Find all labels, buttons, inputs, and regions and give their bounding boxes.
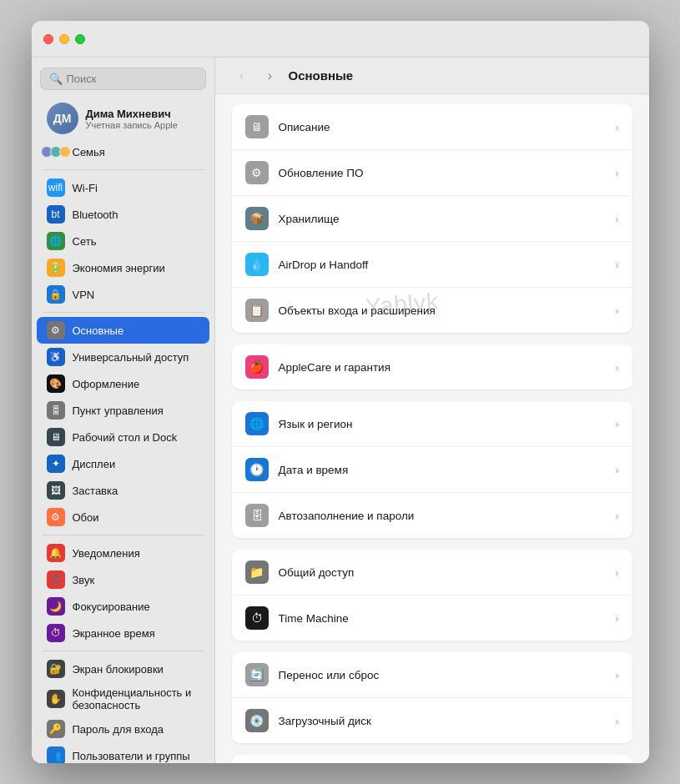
timemachine-row-icon: ⏱: [245, 606, 269, 630]
update-row-label: Обновление ПО: [279, 167, 606, 179]
settings-row-datetime[interactable]: 🕐Дата и время›: [232, 447, 632, 493]
settings-row-migration[interactable]: 🔄Перенос или сброс›: [232, 652, 632, 698]
language-row-icon: 🌐: [245, 412, 269, 435]
sidebar-item-lockscreen[interactable]: 🔐Экран блокировки: [37, 656, 209, 682]
sidebar-item-battery[interactable]: 🔋Экономия энергии: [37, 254, 209, 281]
sidebar-separator: [42, 535, 204, 535]
desktop-label: Рабочий стол и Dock: [73, 431, 178, 444]
user-profile[interactable]: ДМ Дима Михневич Учетная запись Apple: [37, 98, 209, 138]
wifi-icon: wifi: [47, 178, 65, 197]
general-label: Основные: [73, 324, 124, 337]
settings-group-3: 📁Общий доступ›⏱Time Machine›: [232, 550, 632, 641]
settings-row-description[interactable]: 🖥Описание›: [232, 104, 632, 150]
sidebar-item-network[interactable]: 🌐Сеть: [37, 228, 209, 254]
focus-icon: 🌙: [47, 597, 65, 616]
sidebar-item-appearance[interactable]: 🎨Оформление: [37, 370, 209, 397]
settings-row-update[interactable]: ⚙Обновление ПО›: [232, 150, 632, 196]
lockscreen-label: Экран блокировки: [73, 663, 164, 676]
description-row-label: Описание: [279, 121, 606, 133]
sidebar-item-vpn[interactable]: 🔒VPN: [37, 281, 209, 308]
migration-row-icon: 🔄: [245, 663, 269, 686]
settings-list: 🖥Описание›⚙Обновление ПО›📦Хранилище›💧Air…: [215, 94, 649, 763]
back-button[interactable]: ‹: [232, 66, 252, 86]
privacy-icon: ✋: [47, 690, 65, 708]
screentime-icon: ⏱: [47, 624, 65, 642]
chevron-right-icon: ›: [615, 259, 618, 271]
login-row-label: Объекты входа и расширения: [279, 304, 606, 317]
sidebar-item-screentime[interactable]: ⏱Экранное время: [37, 620, 209, 646]
settings-group-2: 🌐Язык и регион›🕐Дата и время›🗄Автозаполн…: [232, 401, 632, 538]
sidebar-item-semya[interactable]: Семья: [37, 138, 209, 165]
battery-icon: 🔋: [47, 259, 65, 277]
main-panel: ‹ › Основные Yablyk 🖥Описание›⚙Обновлени…: [215, 58, 649, 763]
settings-row-storage[interactable]: 📦Хранилище›: [232, 196, 632, 242]
screentime-label: Экранное время: [73, 627, 155, 640]
sidebar-item-wifi[interactable]: wifiWi-Fi: [37, 174, 209, 201]
focus-label: Фокусирование: [73, 601, 150, 613]
datetime-row-icon: 🕐: [245, 458, 269, 481]
sidebar-item-privacy[interactable]: ✋Конфиденциальность и безопасность: [37, 682, 209, 716]
sound-icon: 🎵: [47, 570, 65, 589]
settings-row-airdrop[interactable]: 💧AirDrop и Handoff›: [232, 242, 632, 288]
traffic-lights: [43, 34, 85, 44]
storage-row-label: Хранилище: [279, 213, 606, 225]
titlebar: [32, 21, 649, 58]
general-icon: ⚙: [47, 321, 65, 339]
main-window: 🔍 ДМ Дима Михневич Учетная запись Apple …: [32, 21, 649, 763]
appearance-label: Оформление: [73, 378, 140, 390]
screensaver-label: Заставка: [73, 485, 118, 497]
settings-row-sharing[interactable]: 📁Общий доступ›: [232, 550, 632, 596]
sidebar-items: СемьяwifiWi-FibtBluetooth🌐Сеть🔋Экономия …: [32, 138, 214, 763]
sidebar-item-control[interactable]: 🎛Пункт управления: [37, 397, 209, 424]
page-title: Основные: [289, 68, 354, 83]
notifications-icon: 🔔: [47, 544, 65, 562]
sidebar-item-notifications[interactable]: 🔔Уведомления: [37, 540, 209, 566]
settings-row-login[interactable]: 📋Объекты входа и расширения›: [232, 288, 632, 333]
desktop-icon: 🖥: [47, 428, 65, 446]
battery-label: Экономия энергии: [73, 262, 165, 274]
update-row-icon: ⚙: [245, 161, 269, 184]
sidebar-item-users[interactable]: 👥Пользователи и группы: [37, 742, 209, 763]
sidebar-item-desktop[interactable]: 🖥Рабочий стол и Dock: [37, 424, 209, 450]
minimize-button[interactable]: [59, 34, 69, 44]
sidebar-item-accessibility[interactable]: ♿Универсальный доступ: [37, 344, 209, 370]
sidebar: 🔍 ДМ Дима Михневич Учетная запись Apple …: [32, 58, 215, 763]
settings-row-timemachine[interactable]: ⏱Time Machine›: [232, 596, 632, 641]
lockscreen-icon: 🔐: [47, 660, 65, 678]
sidebar-item-sound[interactable]: 🎵Звук: [37, 566, 209, 593]
users-icon: 👥: [47, 746, 65, 763]
settings-group-1: 🍎AppleCare и гарантия›: [232, 344, 632, 389]
sidebar-item-screensaver[interactable]: 🖼Заставка: [37, 477, 209, 504]
storage-row-icon: 📦: [245, 207, 269, 230]
startup-row-label: Загрузочный диск: [279, 715, 606, 727]
autofill-row-label: Автозаполнение и пароли: [279, 510, 606, 522]
description-row-icon: 🖥: [245, 115, 269, 138]
chevron-right-icon: ›: [615, 669, 618, 681]
sidebar-item-general[interactable]: ⚙Основные: [37, 317, 209, 344]
sidebar-item-wallpaper[interactable]: ⚙Обои: [37, 504, 209, 530]
settings-row-startup[interactable]: 💿Загрузочный диск›: [232, 698, 632, 743]
search-input[interactable]: [67, 73, 197, 85]
screensaver-icon: 🖼: [47, 481, 65, 500]
settings-row-language[interactable]: 🌐Язык и регион›: [232, 401, 632, 447]
sharing-row-label: Общий доступ: [279, 566, 606, 579]
close-button[interactable]: [43, 34, 53, 44]
maximize-button[interactable]: [75, 34, 85, 44]
applecare-row-icon: 🍎: [245, 355, 269, 379]
vpn-icon: 🔒: [47, 285, 65, 304]
forward-button[interactable]: ›: [260, 66, 280, 86]
sidebar-item-password[interactable]: 🔑Пароль для входа: [37, 716, 209, 742]
user-info: Дима Михневич Учетная запись Apple: [86, 108, 178, 130]
sidebar-item-focus[interactable]: 🌙Фокусирование: [37, 593, 209, 620]
sidebar-item-displays[interactable]: ✦Дисплеи: [37, 450, 209, 477]
settings-row-applecare[interactable]: 🍎AppleCare и гарантия›: [232, 344, 632, 389]
login-row-icon: 📋: [245, 299, 269, 322]
search-box[interactable]: 🔍: [40, 68, 206, 90]
chevron-right-icon: ›: [615, 167, 618, 179]
sidebar-item-bluetooth[interactable]: btBluetooth: [37, 201, 209, 228]
settings-row-autofill[interactable]: 🗄Автозаполнение и пароли›: [232, 493, 632, 538]
timemachine-row-label: Time Machine: [279, 612, 606, 625]
applecare-row-label: AppleCare и гарантия: [279, 361, 606, 374]
displays-label: Дисплеи: [73, 458, 116, 470]
settings-row-device[interactable]: 📱Управление устройством›: [232, 755, 632, 763]
